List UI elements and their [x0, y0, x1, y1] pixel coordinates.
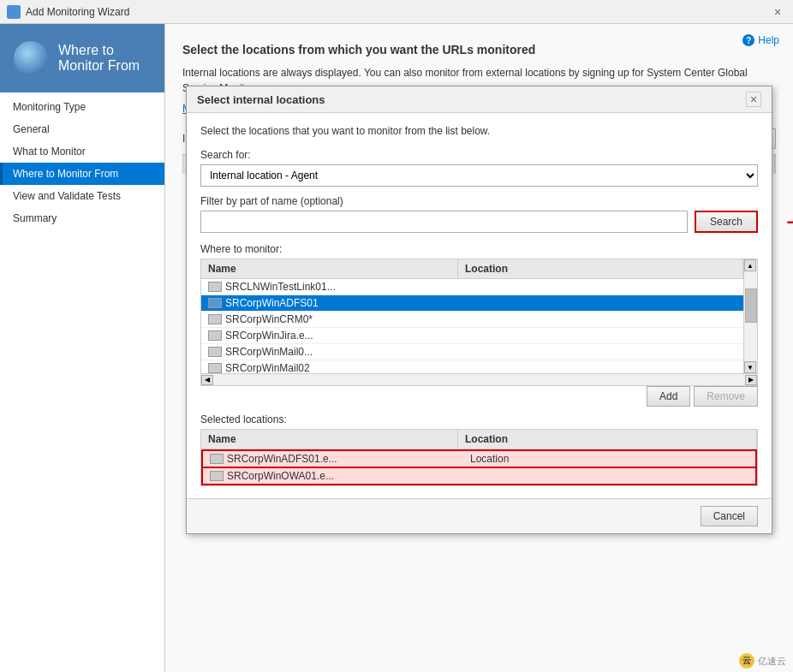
table-row[interactable]: SRCorpWinADFS01 — [201, 295, 743, 312]
search-arrow-indicator: ➜ — [786, 211, 793, 232]
scroll-right-arrow[interactable]: ▶ — [745, 375, 757, 385]
select-internal-locations-dialog: Select internal locations × Select the l… — [186, 86, 772, 534]
selected-col-location: Location — [458, 430, 757, 449]
result-name: SRCorpWinCRM0* — [225, 313, 468, 325]
scroll-up-arrow[interactable]: ▲ — [744, 259, 756, 271]
filter-label: Filter by part of name (optional) — [200, 195, 758, 207]
dialog-close-button[interactable]: × — [746, 92, 761, 107]
result-name: SRCorpWinADFS01 — [225, 297, 468, 309]
where-to-monitor-label: Where to monitor: — [200, 243, 758, 255]
row-icon — [208, 363, 222, 373]
wizard-header-icon — [14, 41, 48, 75]
title-bar: Add Monitoring Wizard × — [0, 0, 793, 24]
table-row[interactable]: SRCLNWinTestLink01... — [201, 279, 743, 295]
selected-row-name: SRCorpWinADFS01.e... — [227, 453, 470, 465]
selected-section: Selected locations: Name Location SRCorp… — [200, 413, 758, 486]
selected-table-row[interactable]: SRCorpWinOWA01.e... — [201, 468, 757, 485]
row-icon — [208, 282, 222, 292]
cancel-button[interactable]: Cancel — [701, 506, 758, 526]
search-for-label: Search for: — [200, 149, 758, 161]
result-name: SRCorpWinMail0... — [225, 346, 468, 358]
sidebar-item-monitoring-type[interactable]: Monitoring Type — [0, 96, 164, 118]
filter-row: Search ➜ — [200, 211, 758, 233]
results-col-location: Location — [458, 259, 743, 278]
watermark-icon: 云 — [739, 653, 754, 669]
filter-input-wrap — [200, 211, 688, 233]
horizontal-scrollbar[interactable]: ◀ ▶ — [200, 374, 758, 386]
results-body: SRCLNWinTestLink01... SRCorpWinADFS01 SR — [201, 279, 743, 373]
selected-col-name: Name — [201, 430, 458, 449]
selected-table-header: Name Location — [200, 429, 758, 449]
dialog-body: Select the locations that you want to mo… — [187, 113, 772, 498]
search-button[interactable]: Search — [695, 211, 758, 233]
content-title: Select the locations from which you want… — [182, 43, 776, 56]
table-row[interactable]: SRCorpWinCRM0* — [201, 312, 743, 328]
table-row[interactable]: SRCorpWinJira.e... — [201, 328, 743, 344]
sidebar-item-general[interactable]: General — [0, 118, 164, 140]
result-name: SRCLNWinTestLink01... — [225, 281, 468, 293]
app-icon — [7, 5, 21, 19]
sidebar-item-summary[interactable]: Summary — [0, 207, 164, 229]
help-link[interactable]: ? Help — [742, 34, 779, 46]
table-row[interactable]: SRCorpWinMail0... — [201, 344, 743, 360]
results-table: Name Location SRCLNWinTestLink01... — [201, 259, 743, 373]
search-for-dropdown[interactable]: Internal location - Agent Internal locat… — [200, 164, 758, 187]
dialog-title: Select internal locations — [197, 93, 325, 106]
selected-row-location: Location — [470, 453, 748, 465]
dialog-footer: Cancel — [187, 498, 772, 533]
main-layout: Where to Monitor From Monitoring Type Ge… — [0, 24, 793, 672]
sidebar: Where to Monitor From Monitoring Type Ge… — [0, 24, 165, 672]
dialog-titlebar: Select internal locations × — [187, 86, 772, 113]
filter-input[interactable] — [200, 211, 688, 233]
window-title: Add Monitoring Wizard — [26, 6, 129, 18]
selected-body: SRCorpWinADFS01.e... Location SRCorpWinO… — [200, 449, 758, 486]
scroll-down-arrow[interactable]: ▼ — [744, 361, 756, 373]
sidebar-nav: Monitoring Type General What to Monitor … — [0, 92, 164, 233]
window-close-button[interactable]: × — [769, 3, 786, 21]
title-bar-left: Add Monitoring Wizard — [7, 5, 129, 19]
row-icon — [208, 298, 222, 308]
selected-row-icon — [210, 454, 224, 464]
dialog-remove-button[interactable]: Remove — [694, 386, 758, 407]
sidebar-item-what-to-monitor[interactable]: What to Monitor — [0, 140, 164, 163]
table-row[interactable]: SRCorpWinMail02 — [201, 360, 743, 373]
result-name: SRCorpWinMail02 — [225, 362, 468, 373]
results-scrollbar[interactable]: ▲ ▼ — [743, 259, 757, 373]
sidebar-item-view-validate[interactable]: View and Validate Tests — [0, 185, 164, 207]
scroll-thumb[interactable] — [745, 288, 757, 323]
search-btn-wrap: Search ➜ — [695, 211, 758, 233]
sidebar-item-where-to-monitor-from[interactable]: Where to Monitor From — [0, 163, 164, 185]
results-col-name: Name — [201, 259, 458, 278]
results-table-header: Name Location — [201, 259, 743, 279]
wizard-header-title: Where to Monitor From — [58, 43, 151, 74]
result-name: SRCorpWinJira.e... — [225, 330, 468, 342]
selected-action-btns: Add Remove — [200, 386, 758, 407]
scroll-left-arrow[interactable]: ◀ — [201, 375, 213, 385]
selected-locations-label: Selected locations: — [200, 413, 758, 425]
row-icon — [208, 314, 222, 324]
dialog-description: Select the locations that you want to mo… — [200, 125, 758, 137]
watermark: 云 亿速云 — [739, 653, 786, 669]
results-table-container: Name Location SRCLNWinTestLink01... — [200, 259, 758, 374]
dialog-add-button[interactable]: Add — [647, 386, 690, 407]
wizard-header: Where to Monitor From — [0, 24, 164, 92]
row-icon — [208, 347, 222, 357]
help-circle-icon: ? — [742, 34, 754, 46]
selected-row-icon — [210, 471, 224, 481]
selected-row-name: SRCorpWinOWA01.e... — [227, 470, 470, 482]
selected-table-row[interactable]: SRCorpWinADFS01.e... Location — [201, 449, 757, 468]
row-icon — [208, 330, 222, 341]
content-area: ? Help Select the locations from which y… — [165, 24, 793, 672]
